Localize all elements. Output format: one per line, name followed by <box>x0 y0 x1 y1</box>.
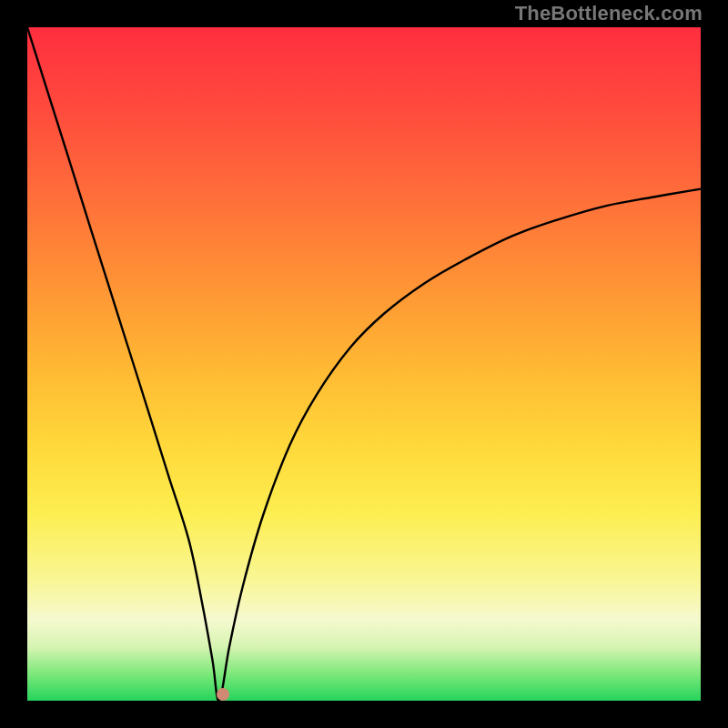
vertex-marker <box>217 688 229 701</box>
curve-path <box>27 27 701 701</box>
plot-area <box>27 27 701 701</box>
watermark-text: TheBottleneck.com <box>515 2 703 25</box>
bottleneck-curve <box>27 27 701 701</box>
chart-frame: TheBottleneck.com <box>0 0 728 728</box>
